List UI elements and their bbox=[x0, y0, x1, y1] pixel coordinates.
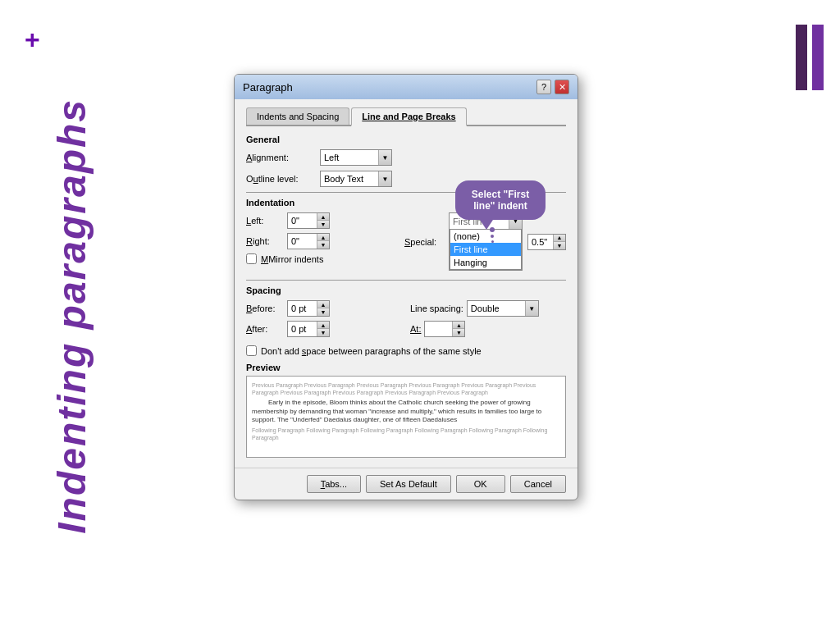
by-up[interactable]: ▲ bbox=[554, 235, 565, 242]
after-label: After: bbox=[246, 324, 287, 334]
spacing-section-label: Spacing bbox=[246, 285, 566, 295]
dont-add-label: Don't add space between paragraphs of th… bbox=[261, 346, 482, 356]
indentation-left-col: Left: 0" ▲ ▼ Right: 0" bbox=[246, 212, 396, 275]
dialog-body: Indents and Spacing Line and Page Breaks… bbox=[235, 99, 578, 468]
dialog-help-button[interactable]: ? bbox=[536, 80, 551, 94]
right-indent-row: Right: 0" ▲ ▼ bbox=[246, 233, 396, 249]
slide-title: Indenting paragraphs bbox=[49, 98, 94, 534]
before-label: Before: bbox=[246, 304, 287, 313]
after-spinner[interactable]: 0 pt ▲ ▼ bbox=[287, 321, 330, 337]
before-row: Before: 0 pt ▲ ▼ bbox=[246, 300, 402, 317]
tabs-button[interactable]: Tabs... bbox=[307, 475, 361, 493]
set-as-default-button[interactable]: Set As Default bbox=[366, 475, 451, 493]
by-value: 0.5" bbox=[528, 237, 553, 247]
dialog-titlebar: Paragraph ? ✕ bbox=[235, 75, 578, 99]
after-value: 0 pt bbox=[288, 324, 317, 334]
after-up[interactable]: ▲ bbox=[317, 322, 329, 329]
before-down[interactable]: ▼ bbox=[317, 308, 329, 316]
dialog-title: Paragraph bbox=[243, 81, 293, 94]
spacing-right-col: Line spacing: Double ▼ At: ▲ ▼ bbox=[410, 300, 566, 341]
preview-main-text: Early in the episode, Bloom thinks about… bbox=[252, 399, 560, 424]
right-indent-arrows[interactable]: ▲ ▼ bbox=[317, 234, 329, 249]
separator-2 bbox=[246, 280, 566, 281]
special-option-none[interactable]: (none) bbox=[450, 230, 521, 243]
dialog-tabs: Indents and Spacing Line and Page Breaks bbox=[246, 107, 566, 126]
right-indent-spinner[interactable]: 0" ▲ ▼ bbox=[287, 233, 330, 249]
paragraph-dialog: Paragraph ? ✕ Indents and Spacing Line a… bbox=[234, 74, 578, 500]
outline-dropdown-arrow[interactable]: ▼ bbox=[378, 171, 391, 186]
at-row: At: ▲ ▼ bbox=[410, 321, 566, 337]
dialog-close-button[interactable]: ✕ bbox=[555, 80, 569, 94]
outline-dropdown[interactable]: Body Text ▼ bbox=[320, 171, 392, 187]
line-spacing-row: Line spacing: Double ▼ bbox=[410, 300, 566, 317]
by-arrows[interactable]: ▲ ▼ bbox=[553, 235, 565, 249]
dont-add-row: Don't add space between paragraphs of th… bbox=[246, 345, 566, 356]
after-down[interactable]: ▼ bbox=[317, 329, 329, 336]
special-option-hanging[interactable]: Hanging bbox=[450, 256, 521, 269]
special-label: Special: bbox=[404, 237, 445, 247]
plus-icon: + bbox=[25, 25, 40, 55]
mirror-indents-checkbox[interactable] bbox=[246, 253, 257, 264]
left-indent-spinner[interactable]: 0" ▲ ▼ bbox=[287, 212, 330, 229]
at-down[interactable]: ▼ bbox=[453, 329, 464, 336]
decoration-bars bbox=[796, 25, 824, 90]
at-spinner[interactable]: ▲ ▼ bbox=[424, 321, 465, 337]
preview-section: Preview Previous Paragraph Previous Para… bbox=[246, 363, 566, 458]
spacing-columns: Before: 0 pt ▲ ▼ After: 0 bbox=[246, 300, 566, 341]
cancel-button[interactable]: Cancel bbox=[510, 475, 566, 493]
left-indent-value: 0" bbox=[288, 216, 317, 226]
indentation-columns: Left: 0" ▲ ▼ Right: 0" bbox=[246, 212, 566, 275]
alignment-dropdown[interactable]: Left ▼ bbox=[320, 149, 392, 166]
preview-after-text: Following Paragraph Following Paragraph … bbox=[252, 427, 560, 441]
mirror-indents-row: MMirror indents bbox=[246, 253, 396, 264]
thought-dot-1 bbox=[490, 227, 495, 232]
outline-label: Outline level: bbox=[246, 174, 320, 184]
left-indent-row: Left: 0" ▲ ▼ bbox=[246, 212, 396, 229]
tab-line-page-breaks[interactable]: Line and Page Breaks bbox=[351, 107, 466, 126]
at-up[interactable]: ▲ bbox=[453, 322, 464, 329]
preview-label: Preview bbox=[246, 363, 566, 372]
preview-box: Previous Paragraph Previous Paragraph Pr… bbox=[246, 376, 566, 458]
spacing-left-col: Before: 0 pt ▲ ▼ After: 0 bbox=[246, 300, 402, 341]
thought-bubble-text: Select "First line" indent bbox=[472, 189, 529, 212]
thought-bubble: Select "First line" indent bbox=[455, 180, 546, 220]
alignment-value: Left bbox=[321, 153, 378, 162]
before-spinner[interactable]: 0 pt ▲ ▼ bbox=[287, 300, 330, 317]
line-spacing-arrow[interactable]: ▼ bbox=[525, 301, 538, 316]
line-spacing-label: Line spacing: bbox=[410, 304, 463, 313]
ok-button[interactable]: OK bbox=[456, 475, 505, 493]
left-indent-up[interactable]: ▲ bbox=[317, 213, 329, 221]
dont-add-checkbox[interactable] bbox=[246, 345, 257, 356]
tab-line-page-breaks-label: Line and Page Breaks bbox=[362, 112, 455, 121]
left-indent-label: Left: bbox=[246, 216, 287, 226]
right-indent-label: Right: bbox=[246, 236, 287, 246]
dialog-footer: Tabs... Set As Default OK Cancel bbox=[235, 468, 578, 500]
bar-dark bbox=[796, 25, 807, 90]
tab-indents-spacing-label: Indents and Spacing bbox=[257, 112, 339, 121]
left-indent-arrows[interactable]: ▲ ▼ bbox=[317, 213, 329, 228]
thought-bubble-tail bbox=[490, 227, 495, 243]
special-option-firstline[interactable]: First line bbox=[450, 243, 521, 256]
after-arrows[interactable]: ▲ ▼ bbox=[317, 322, 329, 336]
by-down[interactable]: ▼ bbox=[554, 242, 565, 249]
tab-indents-spacing[interactable]: Indents and Spacing bbox=[246, 107, 349, 125]
bar-light bbox=[812, 25, 824, 90]
left-indent-down[interactable]: ▼ bbox=[317, 221, 329, 228]
at-arrows[interactable]: ▲ ▼ bbox=[452, 322, 464, 336]
dialog-controls: ? ✕ bbox=[536, 80, 569, 94]
mirror-indents-label: MMirror indents bbox=[261, 254, 323, 264]
right-indent-up[interactable]: ▲ bbox=[317, 234, 329, 241]
by-spinner[interactable]: 0.5" ▲ ▼ bbox=[527, 234, 566, 250]
line-spacing-dropdown[interactable]: Double ▼ bbox=[467, 300, 539, 317]
right-indent-down[interactable]: ▼ bbox=[317, 241, 329, 249]
thought-dot-2 bbox=[491, 235, 494, 238]
before-arrows[interactable]: ▲ ▼ bbox=[317, 301, 329, 316]
before-value: 0 pt bbox=[288, 304, 317, 313]
outline-value: Body Text bbox=[321, 174, 378, 184]
at-label: At: bbox=[410, 324, 421, 334]
special-dropdown-list: (none) First line Hanging bbox=[450, 230, 522, 270]
preview-prev-text: Previous Paragraph Previous Paragraph Pr… bbox=[252, 381, 560, 396]
alignment-dropdown-arrow[interactable]: ▼ bbox=[378, 150, 391, 165]
before-up[interactable]: ▲ bbox=[317, 301, 329, 308]
right-indent-value: 0" bbox=[288, 236, 317, 246]
